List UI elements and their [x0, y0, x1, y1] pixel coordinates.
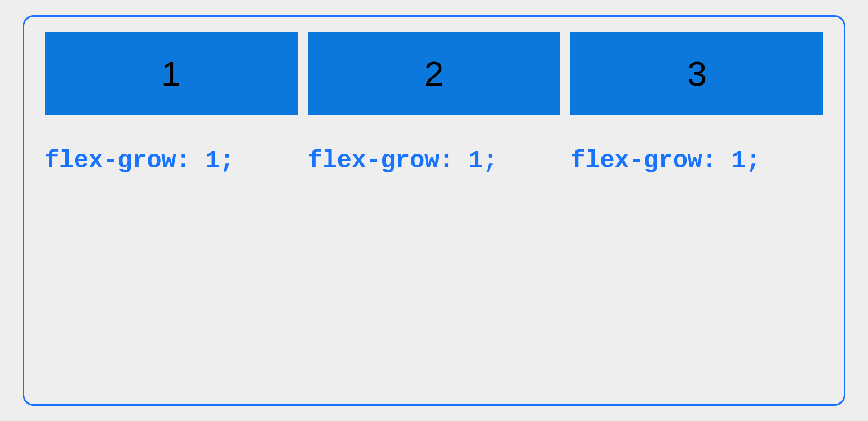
flex-box-1: 1: [45, 32, 298, 115]
css-label-2: flex-grow: 1;: [308, 147, 561, 175]
css-label-3: flex-grow: 1;: [570, 147, 823, 175]
flex-box-2: 2: [308, 32, 561, 115]
labels-row: flex-grow: 1; flex-grow: 1; flex-grow: 1…: [45, 147, 823, 175]
flex-demo-container: 1 2 3 flex-grow: 1; flex-grow: 1; flex-g…: [23, 15, 845, 406]
flex-box-3: 3: [570, 32, 823, 115]
boxes-row: 1 2 3: [45, 32, 823, 115]
css-label-1: flex-grow: 1;: [45, 147, 298, 175]
